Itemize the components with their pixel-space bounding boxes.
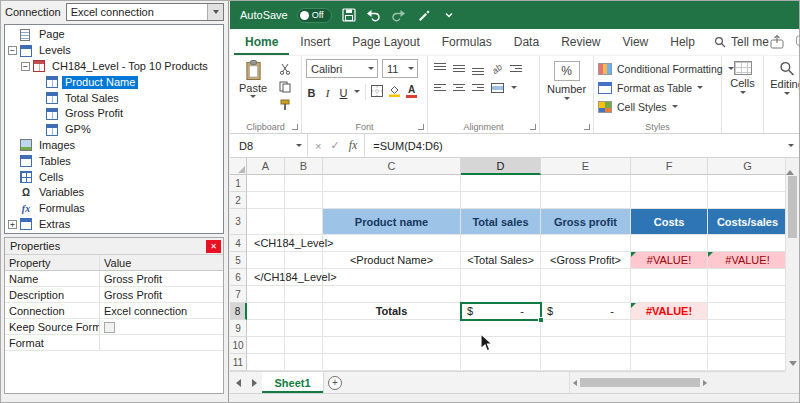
column-header-E[interactable]: E: [541, 158, 631, 175]
row-header-7[interactable]: 7: [230, 286, 247, 303]
row-header-9[interactable]: 9: [230, 320, 247, 337]
redo-icon[interactable]: [391, 7, 407, 23]
sheet-nav-right-icon[interactable]: [246, 372, 262, 393]
cell-G3[interactable]: Costs/sales: [708, 209, 785, 235]
formula-bar-expand-icon[interactable]: [783, 134, 799, 157]
cell-G7[interactable]: [708, 286, 785, 303]
clipboard-launcher-icon[interactable]: [292, 124, 298, 130]
cell-F6[interactable]: [631, 269, 708, 286]
cell-F4[interactable]: [631, 235, 708, 252]
row-header-5[interactable]: 5: [230, 252, 247, 269]
row-header-10[interactable]: 10: [230, 337, 247, 354]
property-value[interactable]: Excel connection: [100, 303, 223, 318]
tab-review[interactable]: Review: [550, 29, 611, 55]
formula-cancel-icon[interactable]: ×: [315, 140, 321, 152]
row-header-1[interactable]: 1: [230, 175, 247, 192]
cell-B1[interactable]: [285, 175, 323, 192]
collapse-icon[interactable]: −: [8, 46, 17, 55]
cell-B9[interactable]: [285, 320, 323, 337]
tab-page-layout[interactable]: Page Layout: [341, 29, 430, 55]
comments-icon[interactable]: [795, 34, 800, 51]
align-left-icon[interactable]: [434, 82, 446, 94]
cell-C10[interactable]: [323, 337, 461, 354]
tree-item-variables[interactable]: ΩVariables: [5, 185, 223, 201]
cell-C3[interactable]: Product name: [323, 209, 461, 235]
cell-D6[interactable]: [461, 269, 541, 286]
tab-view[interactable]: View: [611, 29, 659, 55]
tab-formulas[interactable]: Formulas: [431, 29, 503, 55]
insert-function-icon[interactable]: fx: [349, 138, 358, 153]
cell-C5[interactable]: <Product Name>: [323, 252, 461, 269]
underline-button[interactable]: U: [338, 84, 349, 100]
align-top-icon[interactable]: [434, 63, 446, 75]
cell-G6[interactable]: [708, 269, 785, 286]
scroll-left-icon[interactable]: [573, 380, 577, 386]
cell-G1[interactable]: [708, 175, 785, 192]
cell-A3[interactable]: [247, 209, 285, 235]
format-as-table-button[interactable]: Format as Table: [598, 78, 717, 97]
cell-D4[interactable]: [461, 235, 541, 252]
cell-E4[interactable]: [541, 235, 631, 252]
scroll-right-icon[interactable]: [703, 380, 707, 386]
tree-item-product-name[interactable]: Product Name: [5, 74, 223, 90]
scroll-up-icon[interactable]: [786, 158, 794, 175]
cell-B2[interactable]: [285, 192, 323, 209]
cell-E7[interactable]: [541, 286, 631, 303]
cell-C9[interactable]: [323, 320, 461, 337]
conditional-formatting-button[interactable]: Conditional Formatting: [598, 59, 717, 78]
tab-insert[interactable]: Insert: [289, 29, 341, 55]
connection-dropdown-icon[interactable]: [207, 4, 223, 20]
cell-B5[interactable]: [285, 252, 323, 269]
cell-C4[interactable]: [323, 235, 461, 252]
cell-D11[interactable]: [461, 354, 541, 371]
scroll-down-icon[interactable]: [789, 361, 797, 366]
cell-G2[interactable]: [708, 192, 785, 209]
column-header-G[interactable]: G: [708, 158, 785, 175]
tab-home[interactable]: Home: [234, 29, 289, 55]
format-painter-button[interactable]: [276, 97, 294, 112]
cell-F5[interactable]: #VALUE!: [631, 252, 708, 269]
tree-item-cells[interactable]: Cells: [5, 169, 223, 185]
collapse-icon[interactable]: −: [21, 62, 30, 71]
number-format-button[interactable]: % Number: [542, 59, 591, 102]
cell-A6[interactable]: </CH184_Level>: [247, 269, 285, 286]
font-launcher-icon[interactable]: [418, 124, 424, 130]
tell-me-button[interactable]: Tell me: [714, 35, 769, 49]
editing-button[interactable]: Editing: [765, 59, 799, 97]
cell-D8[interactable]: $-: [461, 303, 541, 320]
tree-item-total-sales[interactable]: Total Sales: [5, 90, 223, 106]
connection-select[interactable]: Excel connection: [66, 3, 224, 21]
font-name-select[interactable]: Calibri: [306, 59, 378, 78]
cell-A8[interactable]: [247, 303, 285, 320]
tree-item-tables[interactable]: Tables: [5, 153, 223, 169]
cell-E1[interactable]: [541, 175, 631, 192]
column-header-B[interactable]: B: [285, 158, 323, 175]
cell-D5[interactable]: <Total Sales>: [461, 252, 541, 269]
cell-F3[interactable]: Costs: [631, 209, 708, 235]
cell-G5[interactable]: #VALUE!: [708, 252, 785, 269]
add-sheet-button[interactable]: +: [324, 372, 346, 393]
cell-B7[interactable]: [285, 286, 323, 303]
row-header-8[interactable]: 8: [230, 303, 247, 320]
tree-item-images[interactable]: Images: [5, 138, 223, 154]
save-icon[interactable]: [341, 7, 357, 23]
cell-C1[interactable]: [323, 175, 461, 192]
select-all-button[interactable]: [230, 158, 247, 175]
cell-C11[interactable]: [323, 354, 461, 371]
horizontal-scrollbar[interactable]: [569, 372, 799, 393]
property-value[interactable]: Gross Profit: [100, 287, 223, 302]
formula-input[interactable]: =SUM(D4:D6): [365, 134, 783, 157]
orientation-icon[interactable]: ab: [489, 61, 505, 76]
cell-A2[interactable]: [247, 192, 285, 209]
cell-G10[interactable]: [708, 337, 785, 354]
cell-G9[interactable]: [708, 320, 785, 337]
cell-A4[interactable]: <CH184_Level>: [247, 235, 285, 252]
cell-C7[interactable]: [323, 286, 461, 303]
tree-item-levels[interactable]: −Levels: [5, 43, 223, 59]
row-header-2[interactable]: 2: [230, 192, 247, 209]
row-header-11[interactable]: 11: [230, 354, 247, 371]
cell-D1[interactable]: [461, 175, 541, 192]
wrap-text-icon[interactable]: [510, 63, 522, 75]
vertical-scroll-thumb[interactable]: [788, 176, 797, 238]
horizontal-scroll-thumb[interactable]: [580, 378, 700, 387]
